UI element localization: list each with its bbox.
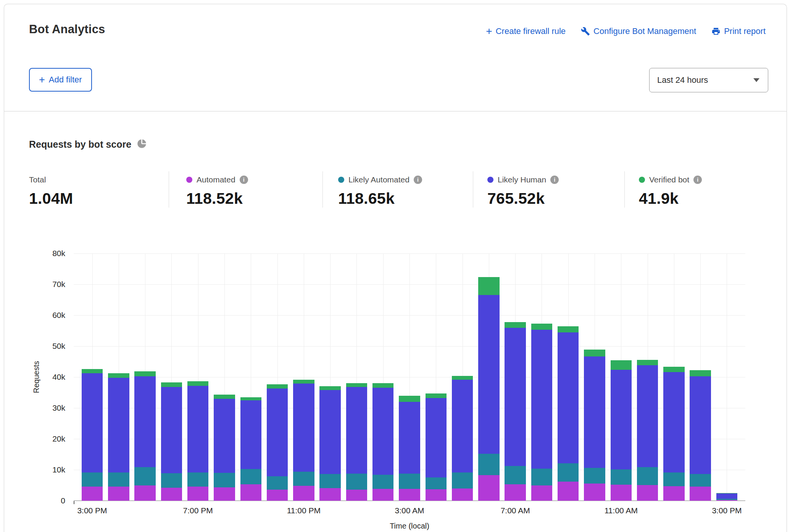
automated-legend-dot [186, 177, 192, 183]
bar-segment-automated [426, 489, 447, 501]
stacked-bar[interactable] [611, 360, 632, 501]
bar-segment-verified-bot [319, 386, 340, 390]
stacked-bar[interactable] [478, 277, 499, 501]
section-title-row: Requests by bot score [29, 139, 147, 150]
stacked-bar[interactable] [161, 382, 182, 501]
bar-segment-likely-automated [161, 473, 182, 488]
bot-analytics-card: Bot Analytics + Create firewall rule Con… [4, 4, 787, 532]
x-tick-label: 7:00 PM [183, 506, 213, 515]
horizontal-gridline [74, 253, 745, 254]
bar-segment-verified-bot [399, 396, 420, 402]
create-firewall-rule-link[interactable]: + Create firewall rule [486, 26, 566, 36]
bar-segment-verified-bot [637, 360, 658, 366]
bar-segment-automated [584, 484, 605, 501]
bar-segment-likely-automated [267, 476, 288, 490]
y-tick-label: 80k [52, 249, 65, 258]
configure-bot-management-link[interactable]: Configure Bot Management [581, 26, 696, 36]
stacked-bar[interactable] [346, 383, 367, 501]
y-tick-label: 30k [52, 403, 65, 413]
time-range-dropdown[interactable]: Last 24 hours [649, 68, 768, 92]
bar-segment-automated [611, 485, 632, 501]
bar-segment-likely-automated [134, 467, 155, 486]
section-title: Requests by bot score [29, 139, 131, 150]
bar-segment-likely-human [505, 328, 526, 466]
bar-segment-likely-human [716, 493, 737, 499]
stacked-bar[interactable] [426, 393, 447, 501]
bar-segment-likely-automated [505, 466, 526, 484]
stacked-bar[interactable] [319, 386, 340, 501]
info-icon[interactable]: i [240, 176, 248, 184]
stacked-bar[interactable] [690, 370, 711, 501]
stacked-bar[interactable] [214, 395, 235, 501]
y-axis-label: Requests [32, 361, 41, 393]
stacked-bar[interactable] [82, 369, 103, 501]
bar-segment-likely-human [611, 370, 632, 470]
bar-segment-verified-bot [531, 324, 552, 330]
stacked-bar[interactable] [187, 381, 208, 501]
bar-segment-automated [716, 500, 737, 501]
stacked-bar[interactable] [293, 380, 314, 501]
bar-segment-verified-bot [293, 380, 314, 384]
bar-segment-verified-bot [478, 277, 499, 295]
stacked-bar[interactable] [716, 493, 737, 501]
stacked-bar[interactable] [108, 373, 129, 501]
print-report-link[interactable]: Print report [711, 26, 766, 36]
pie-chart-icon [137, 139, 147, 150]
bar-segment-verified-bot [161, 382, 182, 387]
header-divider [4, 111, 787, 111]
bar-segment-automated [240, 484, 261, 501]
stacked-bar[interactable] [452, 376, 473, 501]
stacked-bar[interactable] [663, 366, 684, 501]
bar-segment-likely-human [240, 400, 261, 469]
stacked-bar[interactable] [584, 350, 605, 501]
stat-likely-automated-value: 118.65k [338, 190, 473, 208]
info-icon[interactable]: i [550, 176, 559, 184]
bar-segment-likely-automated [690, 474, 711, 487]
bar-segment-likely-human [399, 402, 420, 474]
bar-segment-automated [505, 484, 526, 501]
bar-segment-likely-automated [293, 472, 314, 486]
stacked-bar[interactable] [558, 326, 579, 501]
info-icon[interactable]: i [693, 176, 702, 184]
stacked-bar[interactable] [637, 360, 658, 501]
bar-segment-verified-bot [584, 350, 605, 356]
stacked-bar[interactable] [399, 396, 420, 501]
stat-total-value: 1.04M [29, 190, 169, 208]
bar-segment-automated [663, 486, 684, 501]
stacked-bar[interactable] [240, 397, 261, 501]
likely-human-legend-dot [487, 177, 493, 183]
bar-segment-verified-bot [214, 395, 235, 399]
print-report-label: Print report [724, 26, 766, 36]
bar-segment-likely-human [637, 365, 658, 467]
bar-segment-automated [531, 485, 552, 501]
bar-segment-automated [319, 488, 340, 501]
y-axis-ticks: 010k20k30k40k50k60k70k80k [4, 253, 65, 501]
x-tick-label: 3:00 PM [712, 506, 742, 515]
bar-segment-likely-automated [346, 474, 367, 490]
bar-segment-likely-automated [240, 469, 261, 484]
y-tick-label: 10k [52, 465, 65, 474]
bar-segment-verified-bot [611, 360, 632, 369]
bar-segment-automated [293, 486, 314, 501]
bar-segment-likely-human [319, 390, 340, 474]
stat-total-label: Total [29, 175, 46, 184]
stacked-bar[interactable] [531, 324, 552, 501]
info-icon[interactable]: i [414, 176, 422, 184]
bar-segment-verified-bot [690, 370, 711, 376]
x-tick-label: 7:00 AM [501, 506, 530, 515]
header-actions: + Create firewall rule Configure Bot Man… [486, 26, 766, 36]
stacked-bar[interactable] [505, 322, 526, 501]
bar-segment-automated [346, 490, 367, 501]
stacked-bar[interactable] [134, 371, 155, 501]
add-filter-button[interactable]: + Add filter [29, 68, 92, 92]
x-axis-origin-tick [74, 501, 74, 504]
bar-segment-likely-automated [531, 469, 552, 485]
stacked-bar[interactable] [267, 384, 288, 501]
x-axis-ticks: 3:00 PM7:00 PM11:00 PM3:00 AM7:00 AM11:0… [74, 506, 745, 517]
horizontal-gridline [74, 315, 745, 316]
y-tick-label: 20k [52, 434, 65, 443]
stacked-bar[interactable] [372, 383, 393, 501]
bar-segment-likely-automated [584, 468, 605, 484]
bar-segment-verified-bot [372, 383, 393, 388]
bar-segment-likely-automated [214, 473, 235, 487]
